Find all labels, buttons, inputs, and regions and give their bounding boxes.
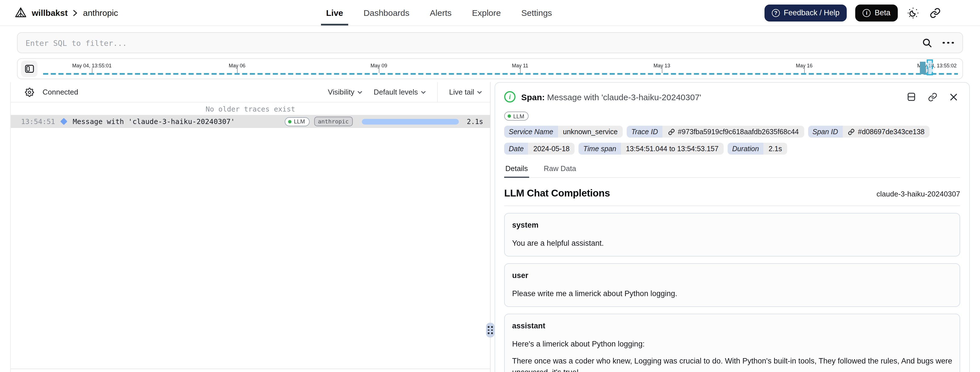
chevron-right-icon — [73, 9, 78, 16]
sidebar-toggle-button[interactable] — [21, 60, 37, 77]
panel-divider — [490, 82, 490, 372]
beta-label: Beta — [875, 8, 890, 17]
span-detail-panel: i Span:Message with 'claude-3-haiku-2024… — [495, 82, 970, 372]
llm-badge-label: LLM — [294, 118, 305, 125]
section-divider — [504, 206, 960, 206]
timeline-selection-brush[interactable] — [927, 59, 933, 75]
span-title: Span:Message with 'claude-3-haiku-202403… — [521, 92, 701, 101]
timeline-tickline — [520, 68, 520, 73]
breadcrumb: willbakst anthropic — [15, 7, 118, 19]
date-value: 2024-05-18 — [528, 143, 575, 155]
app-logo-icon[interactable] — [15, 7, 27, 19]
sql-filter-input[interactable] — [25, 38, 913, 47]
time-span-label: Time span — [579, 143, 621, 155]
beta-button[interactable]: i Beta — [855, 4, 898, 21]
trace-duration: 2.1s — [467, 117, 483, 125]
nav-tab-settings[interactable]: Settings — [521, 0, 552, 25]
main-split-view: Connected Visibility Default levels Live… — [10, 82, 970, 372]
timeline-tickline — [237, 68, 238, 73]
header-actions: ? Feedback / Help i Beta — [765, 4, 965, 21]
resize-grip-handle[interactable] — [486, 323, 495, 337]
app: willbakst anthropic Live Dashboards Aler… — [0, 0, 980, 372]
user-avatar[interactable] — [950, 5, 965, 20]
green-dot-icon — [288, 120, 291, 123]
timeline-tickline — [92, 68, 92, 73]
close-icon[interactable] — [947, 90, 960, 104]
span-meta-row-2: Date 2024-05-18 Time span 13:54:51.044 t… — [504, 143, 960, 155]
span-detail-tabs: Details Raw Data — [504, 162, 960, 178]
nav-tab-live[interactable]: Live — [326, 0, 343, 25]
timeline-baseline — [43, 73, 958, 75]
message-role: user — [512, 270, 952, 281]
sql-filter-bar — [17, 32, 963, 53]
source-badge: anthropic — [314, 117, 352, 126]
timeline-chart[interactable]: May 04, 13:55:01 May 06 May 09 May 11 Ma… — [42, 61, 959, 76]
copy-link-icon[interactable] — [926, 90, 939, 104]
span-id-label: Span ID — [808, 126, 842, 138]
visibility-label: Visibility — [328, 88, 354, 96]
span-id-link-icon[interactable] — [848, 128, 855, 135]
settings-gear-icon[interactable] — [24, 87, 35, 97]
timeline-tick: May 06 — [229, 63, 245, 68]
trace-row[interactable]: 13:54:51 Message with 'claude-3-haiku-20… — [11, 115, 490, 128]
theme-toggle-icon[interactable] — [906, 6, 920, 19]
time-span-pill: Time span 13:54:51.044 to 13:54:53.157 — [579, 143, 724, 155]
trace-id-label: Trace ID — [627, 126, 662, 138]
date-pill: Date 2024-05-18 — [504, 143, 575, 155]
message-card-user: user Please write me a limerick about Py… — [504, 263, 960, 307]
timeline-tick: May 04, 13:55:01 — [72, 63, 111, 68]
info-circle-icon: i — [862, 9, 870, 17]
trace-id-pill: Trace ID #973fba5919cf9c618aafdb2635f68c… — [627, 126, 804, 138]
trace-id-link-icon[interactable] — [668, 128, 675, 135]
side-by-side-icon[interactable] — [905, 90, 918, 104]
visibility-dropdown[interactable]: Visibility — [328, 88, 362, 96]
feedback-help-label: Feedback / Help — [784, 8, 840, 17]
message-role: system — [512, 220, 952, 231]
trace-list-panel: Connected Visibility Default levels Live… — [11, 82, 490, 369]
timeline-tickline — [379, 68, 379, 73]
more-options-icon[interactable] — [942, 40, 955, 46]
nav-tab-alerts[interactable]: Alerts — [430, 0, 452, 25]
timeline-tickline — [662, 68, 662, 73]
timeline-tick: May 13 — [653, 63, 670, 68]
chevron-down-icon — [477, 90, 482, 94]
date-label: Date — [504, 143, 528, 155]
nav-tab-explore[interactable]: Explore — [472, 0, 501, 25]
timeline-panel: May 04, 13:55:01 May 06 May 09 May 11 Ma… — [17, 58, 963, 79]
breadcrumb-project[interactable]: anthropic — [83, 8, 118, 17]
span-info-icon: i — [504, 91, 515, 103]
live-tail-label: Live tail — [449, 88, 474, 96]
span-title-text: Message with 'claude-3-haiku-20240307' — [547, 92, 701, 101]
breadcrumb-org[interactable]: willbakst — [32, 8, 68, 17]
timeline-tickline — [926, 68, 926, 73]
model-name: claude-3-haiku-20240307 — [877, 190, 960, 198]
message-role: assistant — [512, 321, 952, 332]
green-dot-icon — [508, 114, 511, 118]
span-header-icons — [905, 90, 960, 104]
span-id-value[interactable]: #d08697de343ce138 — [858, 128, 924, 136]
duration-value: 2.1s — [764, 143, 787, 155]
primary-nav: Live Dashboards Alerts Explore Settings — [326, 0, 552, 25]
chevron-down-icon — [421, 90, 426, 94]
trace-list-controls: Visibility Default levels Live tail — [328, 82, 482, 102]
search-icon[interactable] — [920, 36, 934, 49]
tab-details[interactable]: Details — [504, 162, 529, 177]
time-span-value: 13:54:51.044 to 13:54:53.157 — [621, 143, 724, 155]
share-link-icon[interactable] — [928, 6, 942, 19]
service-name-pill: Service Name unknown_service — [504, 126, 623, 138]
message-content: You are a helpful assistant. — [512, 237, 952, 249]
trace-duration-bar — [362, 119, 459, 124]
default-levels-dropdown[interactable]: Default levels — [374, 88, 426, 96]
no-older-traces-message: No older traces exist — [11, 103, 490, 115]
llm-badge: LLM — [504, 112, 529, 120]
message-card-assistant: assistant Here's a limerick about Python… — [504, 314, 960, 372]
nav-tab-dashboards[interactable]: Dashboards — [364, 0, 409, 25]
timeline-tickline — [804, 68, 805, 73]
trace-id-value[interactable]: #973fba5919cf9c618aafdb2635f68c44 — [678, 128, 799, 136]
feedback-help-button[interactable]: ? Feedback / Help — [765, 4, 847, 21]
live-tail-dropdown[interactable]: Live tail — [449, 88, 482, 96]
service-name-value: unknown_service — [558, 126, 623, 138]
message-content: Please write me a limerick about Python … — [512, 288, 952, 299]
tab-raw-data[interactable]: Raw Data — [543, 162, 578, 177]
span-title-prefix: Span: — [521, 92, 545, 101]
